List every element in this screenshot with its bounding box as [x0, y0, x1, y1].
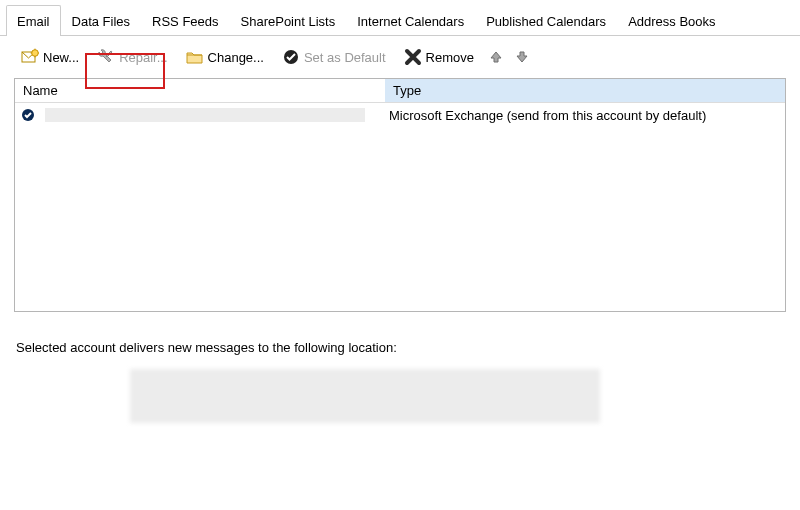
- col-type-label: Type: [393, 83, 421, 98]
- delivery-location-label: Selected account delivers new messages t…: [16, 340, 784, 355]
- set-default-label: Set as Default: [304, 50, 386, 65]
- tabstrip: Email Data Files RSS Feeds SharePoint Li…: [0, 0, 800, 36]
- check-circle-icon: [282, 48, 300, 66]
- change-button[interactable]: Change...: [179, 44, 271, 70]
- tab-data-files[interactable]: Data Files: [61, 5, 142, 36]
- row-check-icon: [21, 108, 35, 122]
- tab-rss-feeds[interactable]: RSS Feeds: [141, 5, 229, 36]
- change-label: Change...: [208, 50, 264, 65]
- col-name-label: Name: [23, 83, 58, 98]
- tab-published-calendars[interactable]: Published Calendars: [475, 5, 617, 36]
- tab-label: RSS Feeds: [152, 14, 218, 29]
- repair-label: Repair...: [119, 50, 167, 65]
- tab-label: Published Calendars: [486, 14, 606, 29]
- remove-label: Remove: [426, 50, 474, 65]
- remove-button[interactable]: Remove: [397, 44, 481, 70]
- delivery-location-blurred: [130, 369, 600, 423]
- x-icon: [404, 48, 422, 66]
- move-up-button[interactable]: [485, 46, 507, 68]
- arrow-up-icon: [489, 50, 503, 64]
- row-type-label: Microsoft Exchange (send from this accou…: [389, 108, 706, 123]
- svg-point-1: [32, 50, 39, 57]
- tab-email[interactable]: Email: [6, 5, 61, 36]
- table-row[interactable]: Microsoft Exchange (send from this accou…: [15, 103, 785, 127]
- column-header-type[interactable]: Type: [385, 79, 785, 103]
- row-type-cell: Microsoft Exchange (send from this accou…: [385, 108, 785, 123]
- set-default-button[interactable]: Set as Default: [275, 44, 393, 70]
- tab-label: SharePoint Lists: [241, 14, 336, 29]
- tab-address-books[interactable]: Address Books: [617, 5, 726, 36]
- tab-internet-calendars[interactable]: Internet Calendars: [346, 5, 475, 36]
- tab-label: Internet Calendars: [357, 14, 464, 29]
- column-header-row: Name Type: [15, 79, 785, 103]
- accounts-list: Name Type Microsoft Exchange (send from …: [14, 78, 786, 312]
- toolbar: New... Repair... Change... Set as Defaul…: [0, 36, 800, 78]
- tab-label: Data Files: [72, 14, 131, 29]
- row-name-blurred: [45, 108, 365, 122]
- move-down-button[interactable]: [511, 46, 533, 68]
- new-button[interactable]: New...: [14, 44, 86, 70]
- new-mail-icon: [21, 48, 39, 66]
- column-header-name[interactable]: Name: [15, 79, 385, 103]
- list-body: Microsoft Exchange (send from this accou…: [15, 103, 785, 311]
- tab-label: Address Books: [628, 14, 715, 29]
- tab-label: Email: [17, 14, 50, 29]
- row-name-cell: [15, 108, 385, 122]
- tab-sharepoint-lists[interactable]: SharePoint Lists: [230, 5, 347, 36]
- new-label: New...: [43, 50, 79, 65]
- folder-icon: [186, 48, 204, 66]
- repair-button[interactable]: Repair...: [90, 44, 174, 70]
- wrench-icon: [97, 48, 115, 66]
- arrow-down-icon: [515, 50, 529, 64]
